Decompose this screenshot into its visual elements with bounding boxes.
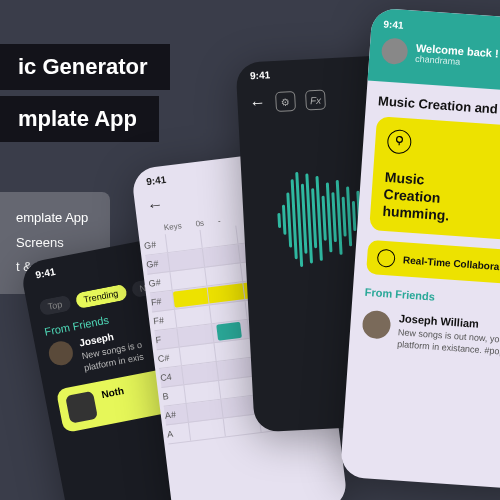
chip-trending[interactable]: Trending bbox=[74, 284, 127, 309]
status-time: 9:41 bbox=[146, 174, 167, 187]
back-icon[interactable]: ← bbox=[249, 94, 266, 113]
feed-post[interactable]: Joseph William New songs is out now, you… bbox=[349, 307, 500, 363]
fx-button[interactable]: Fx bbox=[305, 89, 326, 110]
feature-item: emplate App bbox=[16, 206, 88, 231]
collab-icon bbox=[377, 249, 396, 268]
header-keys: Keys bbox=[163, 221, 182, 232]
status-time: 9:41 bbox=[34, 266, 56, 281]
avatar bbox=[381, 37, 409, 65]
chip-top[interactable]: Top bbox=[38, 295, 71, 317]
card-title: Music Creation humming. bbox=[382, 169, 500, 230]
status-time: 9:41 bbox=[250, 69, 271, 81]
feature-item: Screens bbox=[16, 231, 88, 256]
head-icon bbox=[387, 129, 413, 155]
settings-icon[interactable]: ⚙ bbox=[275, 91, 296, 112]
avatar bbox=[47, 339, 75, 367]
note[interactable] bbox=[216, 322, 242, 341]
svg-point-0 bbox=[396, 136, 402, 142]
feature-card-main[interactable]: ↗ Music Creation humming. bbox=[369, 116, 500, 242]
post-text: New songs is out now, you platform in ex… bbox=[397, 327, 500, 358]
back-icon[interactable]: ← bbox=[146, 195, 164, 215]
song-title: Noth bbox=[101, 385, 129, 417]
card-label: Real-Time Collabora... bbox=[403, 254, 500, 272]
header-marker: - bbox=[217, 216, 221, 225]
status-time: 9:41 bbox=[383, 18, 404, 30]
header-time: 0s bbox=[195, 219, 204, 229]
album-art bbox=[65, 391, 98, 424]
avatar bbox=[362, 310, 392, 340]
